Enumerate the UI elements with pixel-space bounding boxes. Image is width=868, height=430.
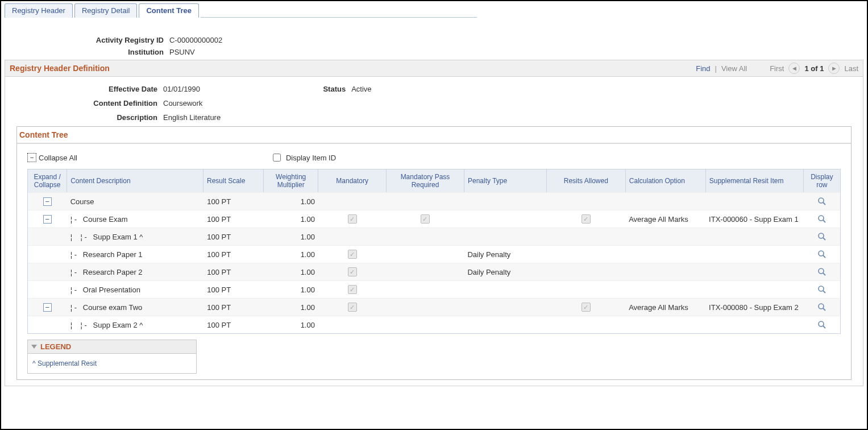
tab-content-tree[interactable]: Content Tree [139, 3, 198, 18]
tab-registry-detail[interactable]: Registry Detail [74, 3, 138, 18]
display-row-button[interactable] [803, 283, 840, 296]
col-calc[interactable]: Calculation Option [626, 169, 706, 192]
penalty-type: Daily Penalty [464, 266, 546, 279]
section-header-bar: Registry Header Definition Find | View A… [5, 60, 863, 77]
weighting-multiplier: 1.00 [264, 195, 318, 208]
calculation-option [625, 287, 705, 292]
supplemental-resit-item [705, 234, 803, 239]
weighting-multiplier: 1.00 [264, 301, 318, 314]
svg-line-1 [823, 202, 825, 205]
weighting-multiplier: 1.00 [264, 266, 318, 279]
supplemental-resit-item: ITX-000060 - Supp Exam 1 [705, 213, 803, 226]
svg-point-4 [819, 233, 824, 238]
content-description: Course [67, 195, 204, 208]
svg-line-7 [823, 255, 825, 258]
display-item-id-checkbox[interactable] [273, 154, 281, 162]
content-definition-label: Content Definition [10, 99, 163, 108]
display-row-button[interactable] [803, 195, 840, 208]
find-link[interactable]: Find [696, 64, 710, 73]
first-link[interactable]: First [770, 64, 784, 73]
prev-arrow-icon[interactable]: ◄ [788, 63, 800, 74]
display-row-button[interactable] [803, 247, 840, 261]
calculation-option: Average All Marks [625, 213, 705, 226]
col-desc[interactable]: Content Description [67, 169, 203, 192]
svg-line-15 [823, 326, 825, 328]
calculation-option [625, 323, 705, 327]
display-row-button[interactable] [803, 230, 840, 243]
col-resit[interactable]: Resits Allowed [547, 169, 626, 192]
content-description: ¦ ¦ - Supp Exam 2 ^ [67, 319, 204, 332]
table-row: −¦ - Course Exam100 PT1.00✓✓✓Average All… [28, 210, 840, 228]
svg-point-10 [819, 286, 824, 291]
status-value: Active [351, 85, 371, 93]
collapse-row-icon[interactable]: − [43, 215, 52, 224]
weighting-multiplier: 1.00 [264, 319, 318, 332]
table-row: −Course100 PT1.00 [28, 192, 840, 210]
description-value: English Literature [163, 113, 221, 122]
effective-date-value: 01/01/1990 [163, 85, 200, 93]
svg-point-12 [819, 304, 824, 309]
content-description: ¦ - Course Exam [67, 213, 204, 226]
content-tree-box: Content Tree − Collapse All Display Item… [16, 126, 852, 380]
penalty-type [464, 287, 546, 292]
table-row: −¦ - Course exam Two100 PT1.00✓✓Average … [28, 298, 840, 316]
tab-registry-header[interactable]: Registry Header [5, 3, 73, 18]
section-title: Registry Header Definition [10, 64, 110, 73]
content-tree-table: Expand / Collapse Content Description Re… [27, 169, 841, 334]
display-row-button[interactable] [803, 265, 840, 279]
penalty-type [464, 234, 546, 239]
checkbox-disabled-checked-icon: ✓ [348, 214, 357, 224]
col-supp[interactable]: Supplemental Resit Item [706, 169, 804, 192]
weighting-multiplier: 1.00 [264, 213, 318, 226]
supplemental-resit-item [705, 270, 803, 274]
svg-point-14 [819, 321, 824, 326]
record-count: 1 of 1 [804, 64, 824, 73]
collapse-all-icon[interactable]: − [27, 153, 36, 162]
col-scale[interactable]: Result Scale [203, 169, 264, 192]
institution-label: Institution [5, 48, 169, 56]
last-link[interactable]: Last [844, 64, 858, 73]
svg-line-5 [823, 238, 825, 240]
legend-box: LEGEND ^ Supplemental Resit [27, 340, 197, 374]
weighting-multiplier: 1.00 [264, 230, 318, 243]
display-row-button[interactable] [803, 300, 840, 314]
next-arrow-icon[interactable]: ► [828, 63, 840, 74]
col-mult[interactable]: Weighting Multiplier [264, 169, 318, 192]
result-scale: 100 PT [203, 301, 264, 314]
calculation-option [625, 234, 705, 239]
calculation-option [625, 270, 705, 274]
svg-point-8 [819, 268, 824, 274]
supplemental-resit-item [705, 323, 803, 327]
table-row: ¦ - Oral Presentation100 PT1.00✓ [28, 280, 840, 298]
content-tree-title: Content Tree [17, 127, 851, 144]
definition-box: Effective Date 01/01/1990 Content Defini… [5, 77, 863, 386]
col-pass[interactable]: Mandatory Pass Required [387, 169, 464, 192]
svg-line-13 [823, 308, 825, 311]
collapse-row-icon[interactable]: − [43, 303, 52, 312]
collapse-row-icon[interactable]: − [43, 197, 52, 206]
col-disp: Display row [804, 169, 840, 192]
penalty-type [464, 323, 546, 327]
registry-id-value: C-00000000002 [169, 36, 222, 44]
col-pen[interactable]: Penalty Type [464, 169, 547, 192]
weighting-multiplier: 1.00 [264, 283, 318, 296]
col-mand[interactable]: Mandatory [318, 169, 387, 192]
checkbox-disabled-checked-icon: ✓ [421, 214, 430, 224]
display-row-button[interactable] [803, 212, 840, 226]
penalty-type: Daily Penalty [464, 248, 546, 261]
result-scale: 100 PT [203, 266, 264, 279]
view-all-link[interactable]: View All [721, 64, 747, 73]
collapse-all-label[interactable]: Collapse All [39, 154, 77, 162]
svg-line-3 [823, 220, 825, 222]
display-row-button[interactable] [803, 318, 840, 332]
content-description: ¦ ¦ - Supp Exam 1 ^ [67, 230, 204, 243]
status-label: Status [266, 85, 351, 93]
content-description: ¦ - Research Paper 2 [67, 266, 204, 279]
calculation-option [625, 252, 705, 257]
legend-item: ^ Supplemental Resit [28, 354, 196, 373]
svg-point-0 [819, 198, 824, 203]
legend-collapse-icon[interactable] [31, 345, 37, 349]
result-scale: 100 PT [203, 213, 264, 226]
legend-title: LEGEND [40, 342, 71, 351]
result-scale: 100 PT [203, 319, 264, 332]
